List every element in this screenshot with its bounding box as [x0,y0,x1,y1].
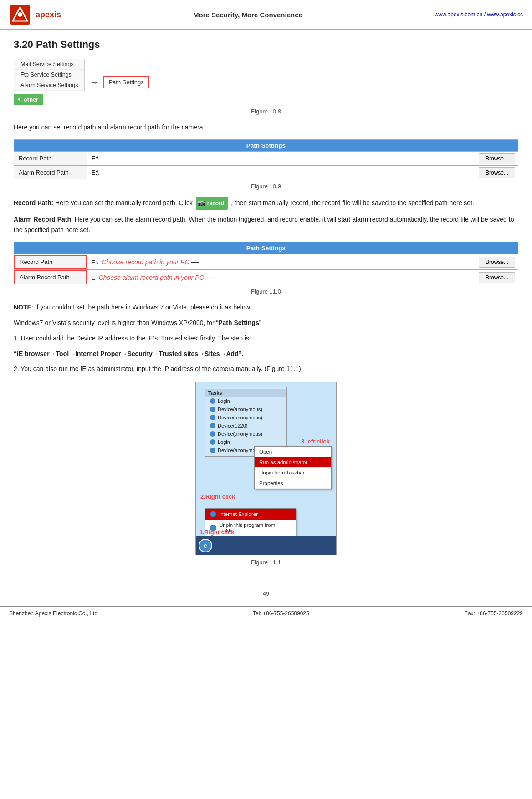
para2-text2: , then start manually record, the record… [231,199,474,206]
figure-11-0-table: Path Settings Record Path E:\ Choose rec… [14,242,518,285]
apexis-logo-icon [9,4,31,26]
record-path-val2-text: E:\ [92,259,98,266]
note-line1: NOTE: If you couldn’t set the path here … [14,302,518,313]
alarm-record-path-value: E:\ [87,166,476,179]
svg-point-2 [18,12,22,17]
other-button[interactable]: ▼ other [14,94,43,105]
logo-area: apexis [9,4,61,26]
other-btn-label: other [24,96,39,103]
header-link2[interactable]: www.apexis.cc [487,11,523,18]
note-line5: 2. You can also run the IE as administra… [14,364,518,375]
alarm-record-path-browse-button[interactable]: Browse... [479,167,515,178]
record-button-inline: 📷 record [196,197,228,210]
paragraph-2: Record Path: Here you can set the manual… [14,197,518,210]
list-item-text: Device(anonymous) [218,431,262,437]
figure-11-1-container: Tasks Login Device(anonymous) Device(ano… [195,382,337,573]
para2-text1: Here you can set the manually record pat… [53,199,193,206]
list-item-text: Login [218,398,230,404]
dropdown-triangle-icon: ▼ [17,97,21,102]
list-icon [210,415,215,420]
list-icon [210,431,215,437]
alarm-record-path-bold: Alarm Record Path [14,216,71,223]
ctx-item-ie: Internet Explorer [205,509,296,520]
list-item: Login [205,438,286,446]
note-line2: Windows7 or Vista’s security level is hi… [14,318,518,329]
path-settings-header: Path Settings [14,140,518,151]
alarm-record-path-label2: Alarm Record Path [14,270,87,284]
main-content: 3.20 Path Settings Mail Service Settings… [0,30,532,586]
record-path-value2: E:\ Choose record path in your PC — [87,254,476,269]
figure-10-9-label: Figure 10.9 [14,183,518,190]
record-path-browse-button2[interactable]: Browse... [479,257,515,268]
other-btn-wrap: ▼ other [14,92,85,105]
menu-item-ftp: Ftp Service Settings [14,70,84,80]
note-bold: NOTE [14,304,31,311]
list-icon [210,448,215,453]
record-path-label2: Record Path [14,255,87,269]
alarm-record-path-value2: E Choose alarm record path in your PC — [87,270,476,285]
record-btn-label: record [207,199,224,208]
table-row: Record Path E:\ Choose record path in yo… [14,254,518,269]
context-menu-top: Open Run as administrator Unpin from Tas… [254,446,332,489]
record-path-label: Record Path [14,152,87,165]
ctx-menu-item-open: Open [255,447,331,457]
alarm-path-val2-text: E [92,275,95,281]
menu-item-alarm: Alarm Service Settings [14,80,84,91]
note-text: : If you couldn’t set the path here in W… [31,304,252,311]
note-line4-end: ”. [239,350,244,357]
fig-right: Path Settings [103,76,149,88]
right-click-label: 2.Right click [200,493,235,500]
record-path-browse-button[interactable]: Browse... [479,153,515,164]
note-section: NOTE: If you couldn’t set the path here … [14,302,518,375]
list-item-text: Login [218,439,230,445]
page-number: 49 [0,590,532,597]
figure-11-0-label: Figure 11.0 [14,288,518,295]
list-icon [210,398,215,404]
note-path-settings-bold: Path Settings [218,319,259,326]
ie-icon [210,511,216,517]
list-item: Device(anonymous) [205,405,286,413]
paragraph-3: Alarm Record Path: Here you can set the … [14,214,518,236]
header-tagline: More Security, More Convenience [61,11,435,19]
record-path-value: E:\ [87,152,476,165]
arrow-icon: → [89,77,98,88]
record-path-arrow-icon: — [191,257,199,266]
table-row: Alarm Record Path E:\ Browse... [14,165,518,180]
list-item: Device(anonymous) [205,430,286,438]
right-click-label2: 1.Right click [200,529,235,536]
ctx-item-ie-label: Internet Explorer [219,511,258,517]
figure-11-1-image: Tasks Login Device(anonymous) Device(ano… [195,382,337,555]
list-item-text: Device(1220) [218,423,247,428]
note-line2-text: Windows7 or Vista’s security level is hi… [14,319,218,326]
figure-11-1-wrap: Tasks Login Device(anonymous) Device(ano… [14,382,518,573]
header-link1[interactable]: www.apexis.com.cn [435,11,482,18]
camera-icon: 📷 [198,198,205,209]
list-item-text: Device(anonymous) [218,415,262,420]
ctx-menu-item-run-admin: Run as administrator [255,457,331,468]
note-line4: “IE browser→Tool→Internet Proper→Securit… [14,349,518,360]
figure-11-1-label: Figure 11.1 [251,559,281,566]
list-item: Login [205,397,286,405]
paragraph-1: Here you can set record path and alarm r… [14,122,518,133]
alarm-record-path-label: Alarm Record Path [14,166,87,179]
taskbar-list-header: Tasks [205,389,286,397]
record-choose-overlay: Choose record path in your PC [102,258,189,266]
ctx-menu-item-unpin: Unpin from Taskbar [255,468,331,478]
path-settings-highlight-box: Path Settings [103,76,149,88]
figure-10-8-label: Figure 10.8 [14,108,518,115]
list-item: Device(1220) [205,422,286,430]
list-icon [210,423,215,428]
page-header: apexis More Security, More Convenience w… [0,0,532,30]
alarm-record-path-browse-button2[interactable]: Browse... [479,272,515,283]
page-footer: Shenzhen Apexis Electronic Co., Ltd Tel:… [0,606,532,620]
note-line2-end: ” [259,319,261,326]
footer-company: Shenzhen Apexis Electronic Co., Ltd [9,610,97,617]
list-item-text: Device(anonymous) [218,407,262,412]
section-title: 3.20 Path Settings [14,39,518,51]
list-icon [210,407,215,412]
note-line3: 1. User could add the Device IP address … [14,333,518,344]
figure-10-8-container: Mail Service Settings Ftp Service Settin… [14,59,518,105]
alarm-path-arrow-icon: — [205,273,214,282]
fig-left: Mail Service Settings Ftp Service Settin… [14,59,85,105]
menu-list: Mail Service Settings Ftp Service Settin… [14,59,85,91]
